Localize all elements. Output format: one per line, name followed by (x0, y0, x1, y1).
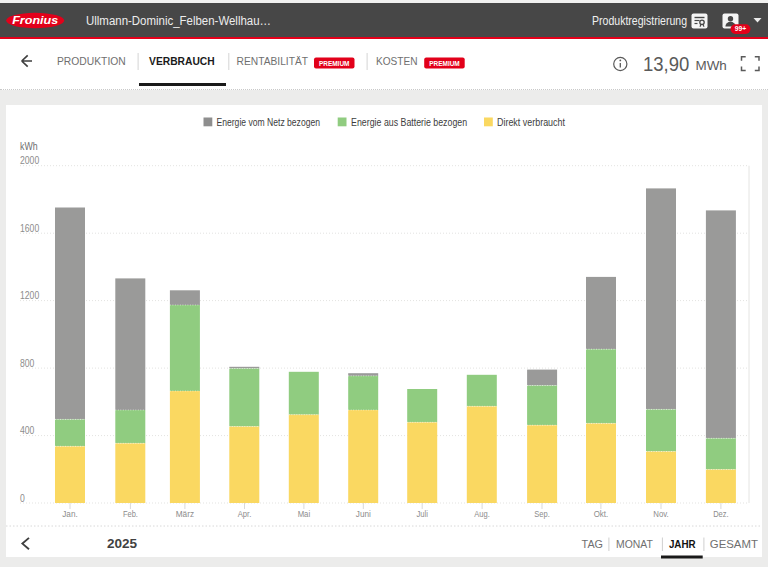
svg-text:Juni: Juni (356, 509, 371, 519)
svg-text:Ullmann-Dominic_Felben-Wellhau: Ullmann-Dominic_Felben-Wellhau… (86, 14, 271, 28)
svg-text:1600: 1600 (20, 222, 39, 234)
svg-text:1200: 1200 (20, 289, 39, 301)
svg-text:Nov.: Nov. (653, 509, 669, 519)
svg-text:400: 400 (20, 424, 35, 436)
svg-text:VERBRAUCH: VERBRAUCH (149, 55, 215, 67)
svg-text:GESAMT: GESAMT (710, 538, 758, 550)
svg-text:Fronius: Fronius (12, 14, 58, 26)
svg-text:800: 800 (20, 357, 35, 369)
svg-text:JAHR: JAHR (669, 538, 696, 550)
svg-text:2000: 2000 (20, 154, 39, 166)
svg-text:Sep.: Sep. (534, 509, 550, 519)
svg-text:Aug.: Aug. (474, 509, 490, 519)
svg-text:Feb.: Feb. (123, 509, 138, 519)
svg-text:TAG: TAG (582, 538, 603, 550)
svg-text:Jan.: Jan. (62, 509, 78, 519)
svg-text:Mai: Mai (298, 509, 311, 519)
svg-text:99+: 99+ (735, 25, 747, 32)
svg-text:Produktregistrierung: Produktregistrierung (592, 14, 687, 28)
svg-text:2025: 2025 (107, 536, 137, 551)
svg-text:Apr.: Apr. (238, 509, 252, 519)
svg-text:PRODUKTION: PRODUKTION (57, 55, 126, 67)
svg-text:PREMIUM: PREMIUM (319, 59, 350, 68)
svg-text:RENTABILITÄT: RENTABILITÄT (237, 55, 309, 67)
svg-text:kWh: kWh (20, 140, 38, 152)
svg-text:PREMIUM: PREMIUM (429, 59, 460, 68)
svg-text:Juli: Juli (416, 509, 428, 519)
svg-text:März: März (176, 509, 195, 519)
svg-text:Energie aus Batterie bezogen: Energie aus Batterie bezogen (351, 116, 467, 128)
svg-text:KOSTEN: KOSTEN (376, 55, 418, 67)
svg-text:Okt.: Okt. (594, 509, 609, 519)
svg-text:0: 0 (20, 492, 25, 504)
svg-text:MONAT: MONAT (616, 538, 653, 550)
svg-text:MWh: MWh (696, 59, 727, 73)
svg-text:Dez.: Dez. (713, 509, 729, 519)
svg-text:Direkt verbraucht: Direkt verbraucht (497, 116, 565, 128)
svg-text:13,90: 13,90 (643, 53, 690, 75)
svg-text:Energie vom Netz bezogen: Energie vom Netz bezogen (217, 116, 321, 128)
